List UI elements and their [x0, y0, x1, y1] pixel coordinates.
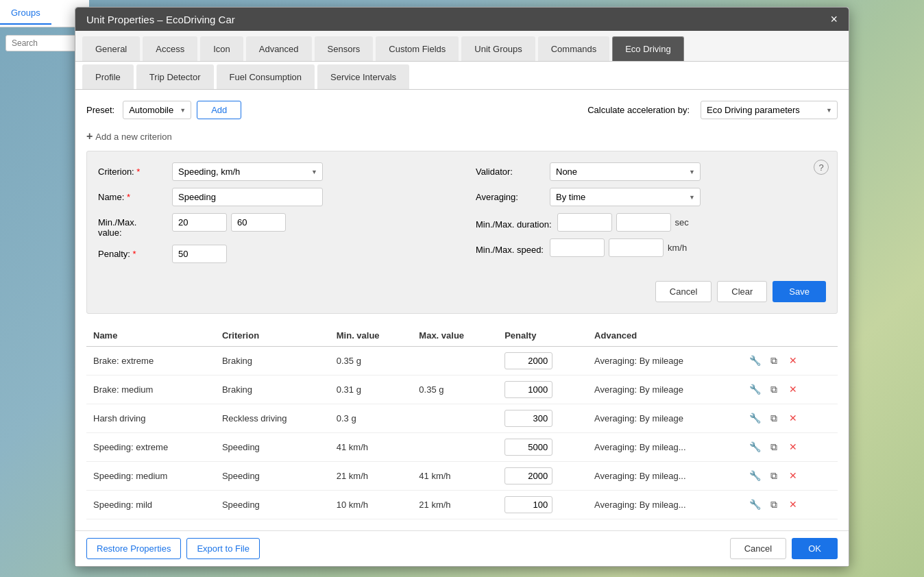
delete-icon[interactable]: ✕: [786, 410, 801, 426]
duration-max-input[interactable]: [616, 213, 671, 232]
cell-max-value: 21 km/h: [412, 491, 498, 519]
footer-cancel-button[interactable]: Cancel: [730, 538, 786, 559]
add-criterion-link[interactable]: + Add a new criterion: [86, 130, 838, 143]
col-max-value: Max. value: [412, 325, 498, 347]
delete-icon[interactable]: ✕: [786, 353, 801, 368]
delete-icon[interactable]: ✕: [786, 468, 801, 483]
delete-icon[interactable]: ✕: [786, 439, 801, 454]
copy-icon[interactable]: ⧉: [766, 411, 781, 426]
cell-advanced: Averaging: By mileage: [587, 347, 740, 376]
tab-sensors[interactable]: Sensors: [315, 36, 374, 61]
delete-icon[interactable]: ✕: [786, 497, 801, 512]
cell-advanced: Averaging: By mileag...: [587, 462, 740, 491]
criterion-label: Criterion: *: [98, 162, 167, 177]
duration-row: Min./Max. duration: sec: [476, 213, 826, 232]
minmax-value-label: Min./Max.value:: [98, 213, 167, 238]
add-preset-button[interactable]: Add: [197, 101, 241, 119]
cell-criterion: Speeding: [215, 433, 330, 462]
name-input[interactable]: [172, 188, 323, 206]
wrench-icon[interactable]: 🔧: [747, 382, 762, 397]
cell-actions: 🔧 ⧉ ✕: [740, 404, 838, 433]
name-required: *: [127, 192, 130, 202]
penalty-input[interactable]: [172, 245, 227, 263]
criterion-save-button[interactable]: Save: [773, 281, 826, 302]
cell-criterion: Braking: [215, 376, 330, 404]
speed-max-input[interactable]: [609, 238, 664, 257]
preset-select[interactable]: Automobile Truck Bus: [123, 101, 191, 119]
validator-row: Validator: None Option1: [476, 162, 826, 181]
restore-properties-button[interactable]: Restore Properties: [86, 538, 181, 559]
row-penalty-input[interactable]: [504, 439, 552, 456]
wrench-icon[interactable]: 🔧: [747, 410, 762, 426]
footer-left: Restore Properties Export to File: [86, 538, 260, 559]
tab-general[interactable]: General: [82, 36, 140, 61]
cell-max-value: 41 km/h: [412, 462, 498, 491]
cell-advanced: Averaging: By mileage: [587, 404, 740, 433]
export-file-button[interactable]: Export to File: [186, 538, 260, 559]
row-penalty-input[interactable]: [504, 352, 552, 369]
tab-access[interactable]: Access: [143, 36, 197, 61]
cell-advanced: Averaging: By mileage: [587, 376, 740, 404]
modal-overlay: Unit Properties – EcoDriving Car × Gener…: [0, 0, 924, 577]
tabs-row-1: General Access Icon Advanced Sensors Cus…: [75, 31, 849, 62]
tab-service-intervals[interactable]: Service Intervals: [317, 64, 409, 89]
criterion-select[interactable]: Speeding, km/h Braking Acceleration Reck…: [172, 162, 323, 181]
cell-actions: 🔧 ⧉ ✕: [740, 376, 838, 404]
validator-select[interactable]: None Option1: [550, 162, 701, 181]
tab-unit-groups[interactable]: Unit Groups: [461, 36, 535, 61]
wrench-icon[interactable]: 🔧: [747, 497, 762, 512]
penalty-row: Penalty: *: [98, 245, 448, 263]
min-value-input[interactable]: [172, 213, 227, 232]
cell-name: Harsh driving: [86, 404, 215, 433]
tab-custom-fields[interactable]: Custom Fields: [376, 36, 459, 61]
row-penalty-input[interactable]: [504, 467, 552, 484]
modal-close-button[interactable]: ×: [830, 13, 838, 25]
copy-icon[interactable]: ⧉: [766, 382, 781, 397]
row-penalty-input[interactable]: [504, 496, 552, 513]
tab-advanced[interactable]: Advanced: [246, 36, 312, 61]
row-penalty-input[interactable]: [504, 381, 552, 398]
copy-icon[interactable]: ⧉: [766, 354, 781, 369]
wrench-icon[interactable]: 🔧: [747, 439, 762, 454]
cell-actions: 🔧 ⧉ ✕: [740, 491, 838, 519]
cell-name: Speeding: extreme: [86, 433, 215, 462]
copy-icon[interactable]: ⧉: [766, 469, 781, 484]
tab-profile[interactable]: Profile: [82, 64, 134, 89]
copy-icon[interactable]: ⧉: [766, 498, 781, 513]
wrench-icon[interactable]: 🔧: [747, 353, 762, 368]
penalty-label: Penalty: *: [98, 245, 167, 259]
cell-penalty: [498, 347, 587, 376]
copy-icon[interactable]: ⧉: [766, 440, 781, 455]
averaging-select[interactable]: By time By mileage By count: [550, 188, 701, 206]
cell-penalty: [498, 404, 587, 433]
tab-trip-detector[interactable]: Trip Detector: [136, 64, 214, 89]
tab-fuel-consumption[interactable]: Fuel Consumption: [217, 64, 315, 89]
calc-label: Calculate acceleration by:: [587, 105, 690, 115]
speed-label: Min./Max. speed:: [476, 241, 544, 255]
wrench-icon[interactable]: 🔧: [747, 468, 762, 483]
calc-select[interactable]: Eco Driving parameters GPS data Sensor d…: [701, 101, 838, 119]
cell-criterion: Reckless driving: [215, 404, 330, 433]
tab-commands[interactable]: Commands: [538, 36, 609, 61]
help-icon[interactable]: ?: [814, 160, 829, 175]
criterion-required: *: [136, 167, 140, 177]
delete-icon[interactable]: ✕: [786, 382, 801, 397]
name-label: Name: *: [98, 188, 167, 202]
row-penalty-input[interactable]: [504, 410, 552, 427]
speed-min-input[interactable]: [550, 238, 605, 257]
tab-eco-driving[interactable]: Eco Driving: [612, 36, 683, 61]
table-row: Speeding: mild Speeding 10 km/h 21 km/h …: [86, 491, 838, 519]
cell-penalty: [498, 491, 587, 519]
table-header-row: Name Criterion Min. value Max. value Pen…: [86, 325, 838, 347]
criterion-cancel-button[interactable]: Cancel: [655, 281, 712, 302]
criterion-clear-button[interactable]: Clear: [717, 281, 767, 302]
cell-min-value: 21 km/h: [330, 462, 413, 491]
averaging-row: Averaging: By time By mileage By count: [476, 188, 826, 206]
table-row: Speeding: medium Speeding 21 km/h 41 km/…: [86, 462, 838, 491]
tabs-row-2: Profile Trip Detector Fuel Consumption S…: [75, 62, 849, 90]
table-row: Brake: medium Braking 0.31 g 0.35 g Aver…: [86, 376, 838, 404]
duration-min-input[interactable]: [557, 213, 612, 232]
max-value-input[interactable]: [231, 213, 286, 232]
footer-ok-button[interactable]: OK: [792, 538, 838, 559]
tab-icon[interactable]: Icon: [200, 36, 243, 61]
